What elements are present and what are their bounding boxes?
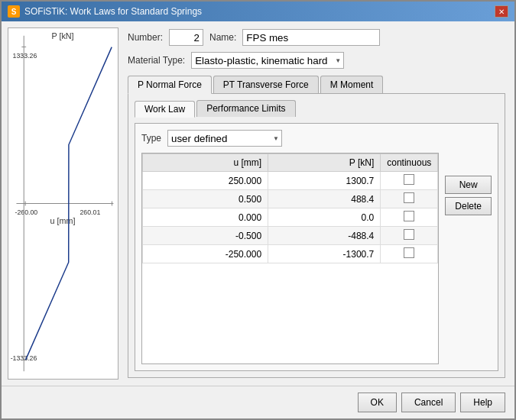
data-table-wrapper: u [mm] P [kN] continuous 250.0001300.70.…: [141, 153, 439, 364]
material-type-label: Material Type:: [128, 55, 185, 66]
cell-u[interactable]: 250.000: [143, 172, 268, 190]
cell-continuous[interactable]: [381, 190, 438, 208]
main-window: S SOFiSTiK: Work Laws for Standard Sprin…: [0, 0, 516, 420]
table-row: -250.000-1300.7: [143, 245, 438, 263]
cell-u[interactable]: 0.000: [143, 208, 268, 227]
close-button[interactable]: ✕: [495, 5, 508, 18]
number-input[interactable]: [169, 29, 203, 46]
main-tab-row: P Normal Force PT Transverse Force M Mom…: [128, 75, 505, 93]
y-axis-label: P [kN]: [51, 31, 73, 40]
material-type-wrapper: Elasto-plastic, kinematic hardening: [191, 52, 344, 69]
cell-u[interactable]: -250.000: [143, 245, 268, 263]
continuous-checkbox[interactable]: [404, 247, 414, 258]
data-table-container: u [mm] P [kN] continuous 250.0001300.70.…: [141, 153, 492, 364]
cell-p[interactable]: 1300.7: [268, 172, 381, 190]
tab-normal-force[interactable]: P Normal Force: [128, 76, 212, 94]
continuous-checkbox[interactable]: [404, 211, 414, 221]
sub-tab-content: Type user defined: [135, 123, 498, 371]
table-row: 250.0001300.7: [143, 172, 438, 190]
right-panel: Number: Name: Material Type: Elasto-plas…: [118, 21, 514, 386]
cell-u[interactable]: 0.500: [143, 190, 268, 208]
continuous-checkbox[interactable]: [404, 174, 414, 185]
cell-continuous[interactable]: [381, 245, 438, 263]
sub-tab-work-law[interactable]: Work Law: [135, 101, 195, 118]
graph-panel: P [kN] 1333.26 -1333.26 -260.00 260.01 u…: [8, 27, 118, 380]
spring-graph: P [kN] 1333.26 -1333.26 -260.00 260.01 u…: [8, 28, 118, 379]
header-continuous: continuous: [381, 154, 438, 172]
continuous-checkbox[interactable]: [404, 192, 414, 203]
cell-continuous[interactable]: [381, 172, 438, 190]
tab-moment[interactable]: M Moment: [320, 76, 384, 93]
table-header-row: u [mm] P [kN] continuous: [143, 154, 438, 172]
number-label: Number:: [128, 32, 163, 43]
data-table: u [mm] P [kN] continuous 250.0001300.70.…: [142, 153, 438, 263]
type-select-wrapper: user defined: [167, 130, 282, 147]
material-type-select[interactable]: Elasto-plastic, kinematic hardening: [191, 52, 344, 69]
new-button[interactable]: New: [445, 176, 492, 194]
delete-button[interactable]: Delete: [445, 197, 492, 215]
main-tab-content: Work Law Performance Limits Type u: [128, 93, 505, 378]
title-bar-left: S SOFiSTiK: Work Laws for Standard Sprin…: [8, 5, 202, 18]
window-content: P [kN] 1333.26 -1333.26 -260.00 260.01 u…: [2, 21, 514, 386]
table-row: 0.0000.0: [143, 208, 438, 227]
name-input[interactable]: [242, 29, 380, 46]
cell-p[interactable]: -1300.7: [268, 245, 381, 263]
header-p: P [kN]: [268, 154, 381, 172]
number-name-row: Number: Name:: [128, 29, 505, 46]
table-row: -0.500-488.4: [143, 227, 438, 245]
type-row: Type user defined: [141, 130, 492, 147]
name-label: Name:: [209, 32, 236, 43]
app-icon: S: [8, 5, 20, 18]
cell-p[interactable]: 488.4: [268, 190, 381, 208]
sub-tab-performance-limits[interactable]: Performance Limits: [196, 100, 295, 117]
tab-transverse-force[interactable]: PT Transverse Force: [213, 76, 319, 93]
x-right-value: 260.01: [80, 208, 100, 216]
cell-u[interactable]: -0.500: [143, 227, 268, 245]
bottom-bar: OK Cancel Help: [2, 386, 514, 418]
header-u: u [mm]: [143, 154, 268, 172]
main-tabs-container: P Normal Force PT Transverse Force M Mom…: [128, 75, 505, 378]
ok-button[interactable]: OK: [358, 393, 397, 412]
cancel-button[interactable]: Cancel: [401, 393, 456, 412]
sub-tab-row: Work Law Performance Limits: [135, 100, 498, 117]
type-label: Type: [141, 133, 161, 144]
type-select[interactable]: user defined: [167, 130, 282, 147]
table-row: 0.500488.4: [143, 190, 438, 208]
x-axis-label: u [mm]: [50, 216, 76, 225]
y-top-value: 1333.26: [13, 52, 37, 60]
help-button[interactable]: Help: [460, 393, 505, 412]
continuous-checkbox[interactable]: [404, 229, 414, 240]
window-title: SOFiSTiK: Work Laws for Standard Springs: [24, 6, 202, 17]
material-type-row: Material Type: Elasto-plastic, kinematic…: [128, 52, 505, 69]
cell-p[interactable]: -488.4: [268, 227, 381, 245]
cell-p[interactable]: 0.0: [268, 208, 381, 227]
cell-continuous[interactable]: [381, 227, 438, 245]
x-left-value: -260.00: [15, 208, 38, 216]
table-buttons: New Delete: [445, 153, 492, 364]
title-bar: S SOFiSTiK: Work Laws for Standard Sprin…: [2, 2, 514, 21]
cell-continuous[interactable]: [381, 208, 438, 227]
